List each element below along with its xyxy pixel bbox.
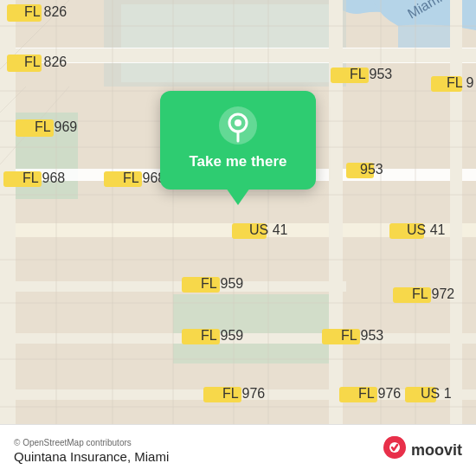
svg-text:FL 972: FL 972 [412, 286, 454, 301]
svg-text:FL 976: FL 976 [358, 386, 401, 401]
moovit-logo: moovit [382, 435, 462, 466]
svg-rect-14 [329, 0, 343, 424]
moovit-pin-icon [382, 435, 408, 466]
svg-rect-15 [450, 0, 462, 424]
svg-text:FL 968: FL 968 [123, 170, 165, 185]
location-pin-icon [219, 106, 257, 145]
svg-text:FL 826: FL 826 [24, 4, 67, 19]
svg-rect-3 [121, 4, 329, 82]
svg-text:FL 959: FL 959 [201, 276, 243, 291]
place-info: © OpenStreetMap contributors Quintana In… [14, 438, 382, 464]
svg-text:US 1: US 1 [421, 386, 452, 401]
svg-text:FL 826: FL 826 [24, 55, 67, 69]
location-popup: Take me there [160, 91, 316, 190]
svg-text:FL 976: FL 976 [222, 386, 265, 401]
svg-text:FL 959: FL 959 [201, 328, 243, 343]
attribution-text: © OpenStreetMap contributors [14, 438, 382, 447]
svg-text:FL 953: FL 953 [350, 67, 392, 81]
place-name: Quintana Insurance, Miami [14, 449, 382, 464]
map-container: FL 826 FL 826 FL 969 FL 968 FL 968 FL 95… [0, 0, 476, 424]
map-svg: FL 826 FL 826 FL 969 FL 968 FL 968 FL 95… [0, 0, 476, 424]
bottom-bar: © OpenStreetMap contributors Quintana In… [0, 424, 476, 476]
svg-text:US 41: US 41 [249, 222, 288, 237]
take-me-there-button[interactable]: Take me there [189, 153, 286, 170]
svg-text:953: 953 [360, 162, 383, 177]
moovit-label: moovit [411, 441, 462, 460]
svg-text:FL 953: FL 953 [341, 328, 383, 343]
svg-text:FL 969: FL 969 [35, 119, 77, 134]
svg-text:FL 968: FL 968 [23, 170, 65, 185]
svg-text:FL 9: FL 9 [447, 75, 474, 90]
svg-point-72 [235, 119, 241, 126]
svg-text:US 41: US 41 [407, 222, 446, 237]
svg-rect-7 [0, 48, 476, 62]
